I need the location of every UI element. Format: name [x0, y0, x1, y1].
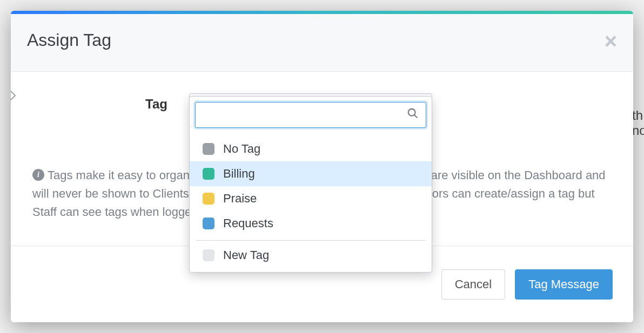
dropdown-divider	[196, 240, 425, 241]
option-swatch	[203, 143, 214, 155]
tag-field-label: Tag	[27, 93, 189, 112]
dropdown-search-wrap	[190, 97, 432, 133]
background-obscured-text: th no	[632, 108, 644, 138]
info-icon: i	[32, 169, 44, 181]
new-tag-swatch	[203, 249, 214, 261]
option-label: Praise	[223, 192, 257, 206]
dropdown-new-tag[interactable]: New Tag	[190, 243, 432, 268]
modal-header: Assign Tag ×	[11, 14, 633, 72]
svg-line-1	[414, 115, 418, 118]
dropdown-option[interactable]: No Tag	[190, 137, 432, 161]
option-label: No Tag	[223, 142, 260, 156]
dropdown-option[interactable]: Billing	[190, 161, 432, 186]
option-swatch	[203, 168, 214, 180]
modal-title: Assign Tag	[27, 30, 111, 50]
option-swatch	[203, 218, 214, 229]
tag-dropdown-panel: No TagBillingPraiseRequests New Tag	[189, 96, 432, 273]
dropdown-option[interactable]: Requests	[190, 211, 432, 236]
dropdown-search-input[interactable]	[195, 102, 426, 128]
new-tag-label: New Tag	[223, 248, 269, 262]
dropdown-option[interactable]: Praise	[190, 186, 432, 211]
assign-tag-modal: Assign Tag × Tag No Tag iTags make it ea…	[11, 11, 633, 322]
tag-message-button[interactable]: Tag Message	[515, 269, 613, 300]
option-label: Billing	[223, 167, 255, 181]
close-icon[interactable]: ×	[605, 30, 617, 52]
option-swatch	[203, 193, 214, 205]
cancel-button[interactable]: Cancel	[441, 269, 505, 300]
svg-point-0	[408, 109, 415, 116]
option-label: Requests	[223, 216, 273, 230]
dropdown-option-list: No TagBillingPraiseRequests	[190, 133, 432, 236]
search-icon	[407, 107, 419, 123]
